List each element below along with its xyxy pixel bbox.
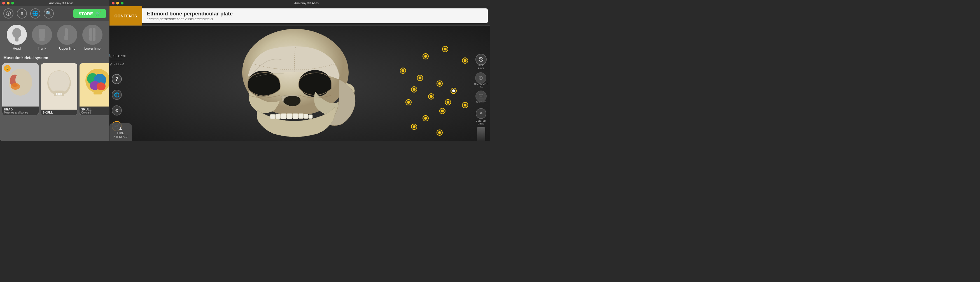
cart-icon: 🛒: [95, 11, 101, 16]
pin-5[interactable]: [436, 80, 443, 87]
hide-icon: ▲: [118, 126, 123, 131]
minimize-button[interactable]: [7, 2, 10, 5]
pin-inner-0: [424, 55, 427, 58]
info-icon[interactable]: ⓘ: [3, 8, 13, 19]
pin-14[interactable]: [411, 123, 417, 130]
center-view-button[interactable]: ⌖: [476, 108, 486, 119]
svg-rect-1: [15, 38, 19, 42]
search-row[interactable]: 🔍 SEARCH: [110, 53, 127, 59]
pin-0[interactable]: [423, 53, 429, 59]
highlight-all-control[interactable]: HIGHLIGHT ALL: [474, 72, 488, 88]
close-button[interactable]: [2, 2, 5, 5]
store-button[interactable]: STORE 🛒: [73, 9, 105, 18]
search-small-icon: 🔍: [110, 54, 112, 58]
hide-interface-button[interactable]: ▲ HIDE INTERFACE: [110, 123, 132, 141]
globe-3d-button[interactable]: 🌐: [112, 90, 122, 100]
lower-limb-label: Lower limb: [84, 46, 100, 51]
search-icon[interactable]: 🔍: [44, 8, 54, 19]
center-view-label: CENTER VIEW: [476, 119, 486, 125]
right-minimize-button[interactable]: [116, 2, 119, 5]
pin-15[interactable]: [436, 130, 443, 136]
model-img-skull: [41, 63, 77, 110]
right-close-button[interactable]: [112, 2, 115, 5]
pin-3[interactable]: [462, 58, 468, 64]
lock-badge-head-muscles: 🔒: [4, 65, 11, 72]
upper-limb-label: Upper limb: [59, 46, 75, 51]
left-window-title: Anatomy 3D Atlas: [16, 2, 107, 5]
select-control[interactable]: SELECT: [476, 91, 487, 104]
pin-1[interactable]: [442, 46, 448, 52]
svg-rect-24: [58, 93, 59, 95]
svg-rect-8: [93, 28, 95, 37]
body-part-trunk[interactable]: Trunk: [32, 25, 52, 51]
right-panel: Anatomy 3D Atlas CONTENTS Ethmoid bone p…: [110, 0, 490, 141]
pin-inner-9: [447, 101, 449, 104]
pin-inner-13: [424, 117, 427, 120]
filter-icon: ⚲: [110, 62, 112, 66]
model-name-skull: SKULL: [43, 111, 76, 114]
svg-rect-16: [18, 91, 23, 95]
body-part-head[interactable]: Head: [7, 25, 27, 51]
highlight-all-button[interactable]: [475, 72, 486, 83]
pin-12[interactable]: [462, 102, 468, 108]
pin-13[interactable]: [423, 115, 429, 122]
pin-inner-14: [413, 125, 415, 128]
pin-inner-11: [441, 110, 444, 112]
right-maximize-button[interactable]: [121, 2, 124, 5]
svg-rect-23: [56, 93, 57, 95]
maximize-button[interactable]: [11, 2, 14, 5]
pin-6[interactable]: [450, 88, 457, 94]
pin-9[interactable]: [445, 99, 451, 106]
pin-10[interactable]: [406, 99, 412, 106]
body-part-selector: Head Trunk Upper limb: [0, 21, 109, 54]
section-title: Musculoskeletal system: [0, 54, 109, 62]
svg-rect-6: [64, 35, 68, 40]
help-button[interactable]: ?: [112, 74, 122, 84]
left-title-bar: Anatomy 3D Atlas: [0, 0, 109, 6]
pin-8[interactable]: [428, 93, 434, 99]
pin-2[interactable]: [400, 67, 406, 74]
trunk-icon: [32, 25, 52, 45]
svg-point-60: [480, 77, 481, 79]
body-part-upper-limb[interactable]: Upper limb: [57, 25, 77, 51]
share-icon[interactable]: ⇧: [17, 8, 27, 19]
pin-inner-8: [430, 95, 433, 98]
pin-inner-12: [464, 104, 466, 107]
globe-icon[interactable]: 🌐: [30, 8, 40, 19]
pin-inner-4: [418, 77, 422, 79]
hide-pins-control[interactable]: HIDE PINS: [476, 54, 487, 70]
svg-rect-34: [94, 90, 102, 95]
settings-button[interactable]: ⚙: [112, 106, 122, 115]
right-controls: HIDE PINS HIGHLIGHT ALL: [472, 51, 490, 141]
select-button[interactable]: [476, 91, 487, 102]
pin-inner-10: [407, 101, 410, 104]
model-card-skull-colored[interactable]: SKULL Colored: [80, 63, 109, 115]
head-icon: [7, 25, 27, 45]
svg-rect-7: [89, 28, 92, 37]
lower-limb-icon: [82, 25, 102, 45]
pin-11[interactable]: [439, 108, 445, 114]
transparency-slider[interactable]: [477, 127, 485, 141]
model-card-head-muscles[interactable]: 🔒 HEAD Muscles and bones: [2, 63, 39, 115]
filter-row[interactable]: ⚲ FILTER: [110, 62, 125, 67]
model-name-skull-colored: SKULL: [81, 107, 109, 111]
pin-inner-6: [452, 90, 455, 92]
center-view-control[interactable]: ⌖ CENTER VIEW: [476, 108, 486, 125]
hide-pins-button[interactable]: [476, 54, 487, 65]
svg-point-31: [97, 82, 105, 90]
pin-4[interactable]: [417, 75, 423, 81]
pin-7[interactable]: [411, 87, 417, 93]
model-card-skull[interactable]: SKULL: [41, 63, 77, 115]
svg-point-18: [48, 70, 70, 93]
models-grid: 🔒 HEAD Muscles and bones: [0, 62, 109, 117]
pin-inner-3: [464, 59, 466, 62]
main-3d-view[interactable]: 🔍 SEARCH ⚲ FILTER ? 🌐 ⚙ 🛒: [110, 26, 490, 141]
right-window-title: Anatomy 3D Atlas: [125, 2, 488, 5]
pin-inner-5: [438, 82, 441, 85]
contents-tab[interactable]: CONTENTS: [110, 6, 142, 26]
pin-inner-2: [401, 69, 404, 72]
toolbar: ⓘ ⇧ 🌐 🔍 STORE 🛒: [0, 6, 109, 21]
store-label: STORE: [78, 11, 93, 16]
body-part-lower-limb[interactable]: Lower limb: [82, 25, 102, 51]
pin-inner-7: [413, 88, 415, 91]
